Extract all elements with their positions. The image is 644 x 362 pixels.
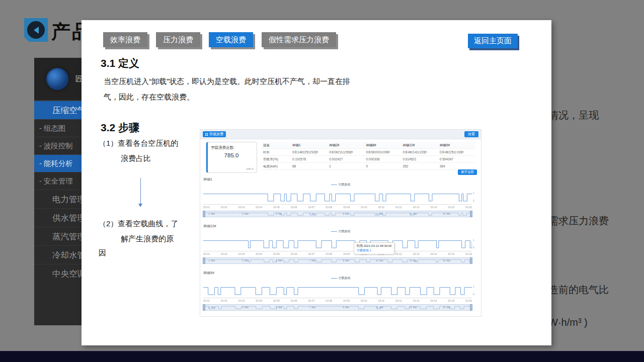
- background-text-fragment: W·h/m³ ): [548, 317, 588, 328]
- brush-handle-right[interactable]: [470, 304, 472, 311]
- brush-date-label: 3. Mar: [242, 213, 249, 215]
- brush-date-label: 11. Mar: [376, 213, 383, 215]
- table-cell: 0.002427: [328, 156, 364, 162]
- chart-plot[interactable]: 10: [203, 283, 472, 298]
- definition-body: 当空压机进入“卸载”状态，即认为是空载。此时空压机不产气，却一直在排气，因此，存…: [104, 73, 363, 105]
- definition-heading: 3.1 定义: [101, 56, 139, 70]
- x-tick-label: 03-14: [431, 252, 437, 255]
- chart-device-label: 神钢1: [203, 177, 212, 182]
- legend-line-icon: [331, 231, 337, 232]
- brush-handle-left[interactable]: [203, 304, 205, 311]
- brush-date-label: 15. Mar: [443, 213, 450, 215]
- x-tick-label: 03-14: [431, 206, 437, 209]
- x-tick-label: 03-05: [273, 206, 280, 209]
- y-axis-label: 1: [473, 286, 477, 288]
- x-tick-label: 03-13: [413, 252, 420, 255]
- brush-date-label: 1. Mar: [209, 259, 215, 262]
- back-arrow-icon[interactable]: [24, 18, 48, 42]
- table-cell: 1: [328, 163, 364, 169]
- brush-date-label: 15. Mar: [443, 306, 450, 309]
- brush-handle-left[interactable]: [203, 211, 205, 217]
- x-tick-label: 03-08: [326, 252, 332, 255]
- brush-date-label: 13. Mar: [409, 306, 417, 309]
- x-tick-label: 03-10: [361, 299, 367, 302]
- brush-date-label: 9. Mar: [343, 259, 349, 262]
- x-axis-ticks: 03-0103-0203-0303-0403-0503-0603-0703-08…: [203, 252, 472, 255]
- x-tick-label: 03-16: [465, 299, 472, 302]
- tooltip-value: 空载曲线:1: [357, 248, 391, 253]
- step2-text-line2: 解产生浪费的原: [121, 234, 174, 244]
- x-tick-label: 03-02: [221, 299, 227, 302]
- brush-date-label: 7. Mar: [309, 259, 316, 262]
- x-tick-label: 03-12: [395, 252, 402, 255]
- waste-tab[interactable]: 空载浪费: [209, 32, 253, 47]
- brush-date-label: 3. Mar: [242, 306, 249, 309]
- tooltip-time: 时间:2021-03-12 08:30:00: [357, 244, 391, 248]
- table-cell: 0: [364, 163, 401, 169]
- x-axis-ticks: 03-0103-0203-0303-0403-0503-0603-0703-08…: [203, 299, 472, 302]
- waste-tab[interactable]: 效率浪费: [103, 32, 147, 47]
- tab-row: 效率浪费压力浪费空载浪费假性需求压力浪费: [103, 32, 336, 47]
- table-cell: 0.614521: [401, 156, 438, 162]
- background-text-fragment: 需求压力浪费: [548, 214, 609, 228]
- brush-date-label: 9. Mar: [343, 213, 349, 215]
- chart-block: 神钢10#空载曲线10时间:2021-03-12 08:30:00空载曲线:10…: [200, 224, 481, 270]
- chart-tooltip: 时间:2021-03-12 08:30:00空载曲线:1: [354, 242, 394, 254]
- expand-all-button[interactable]: 展开全部: [458, 169, 477, 175]
- x-tick-label: 03-09: [343, 252, 350, 255]
- settings-button[interactable]: 设置: [464, 131, 478, 137]
- data-zoom-brush[interactable]: 1. Mar3. Mar5. Mar7. Mar9. Mar11. Mar13.…: [203, 257, 472, 264]
- legend-line-icon: [331, 185, 337, 185]
- table-row-name: 电量(kwh): [262, 163, 291, 169]
- data-zoom-brush[interactable]: 1. Mar3. Mar5. Mar7. Mar9. Mar11. Mar13.…: [203, 304, 472, 311]
- x-tick-label: 03-13: [413, 206, 420, 209]
- x-tick-label: 03-03: [238, 299, 245, 302]
- y-axis-label: 0: [473, 200, 477, 202]
- chart-legend[interactable]: 空载曲线: [200, 183, 481, 187]
- brush-date-label: 5. Mar: [276, 213, 282, 215]
- chart-legend[interactable]: 空载曲线: [200, 229, 481, 234]
- table-header-cell: 神钢9#: [438, 142, 475, 148]
- brush-date-label: 7. Mar: [309, 306, 316, 309]
- brush-date-label: 1. Mar: [209, 213, 215, 215]
- data-zoom-brush[interactable]: 1. Mar3. Mar5. Mar7. Mar9. Mar11. Mar13.…: [203, 211, 472, 217]
- table-row: 时长0天14时25分52秒0天0时11分59秒0天0时00分09秒0天4时14分…: [262, 149, 475, 156]
- legend-line-icon: [331, 278, 337, 279]
- return-home-button[interactable]: 返回主页面: [468, 34, 518, 48]
- chart-legend[interactable]: 空载曲线: [200, 276, 481, 281]
- x-tick-label: 03-11: [378, 206, 384, 209]
- brush-handle-right[interactable]: [470, 257, 472, 264]
- table-row-name: 时长: [262, 149, 291, 155]
- brush-date-label: 9. Mar: [343, 306, 349, 309]
- table-row: 电量(kwh)6810352364: [262, 163, 475, 170]
- x-tick-label: 03-04: [256, 252, 262, 255]
- background-text-fragment: 造前的电气比: [548, 283, 609, 297]
- x-tick-label: 03-15: [448, 206, 454, 209]
- x-tick-label: 03-02: [221, 206, 227, 209]
- waste-tab[interactable]: 压力浪费: [156, 32, 200, 47]
- steps-heading: 3.2 步骤: [101, 121, 139, 135]
- x-tick-label: 03-05: [273, 252, 280, 255]
- brush-date-label: 15. Mar: [443, 259, 450, 262]
- table-cell: 364: [438, 163, 475, 169]
- chart-plot[interactable]: 10: [203, 189, 472, 205]
- chart-plot[interactable]: 10时间:2021-03-12 08:30:00空载曲线:1: [203, 236, 472, 251]
- brush-handle-right[interactable]: [470, 211, 472, 217]
- table-header-cell: 神钢10#: [401, 142, 438, 148]
- table-row: 空载率(%)0.1925780.0024270.0003360.6145210.…: [262, 156, 475, 163]
- x-tick-label: 03-06: [291, 206, 297, 209]
- waste-tab[interactable]: 假性需求压力浪费: [262, 32, 336, 47]
- brush-handle-left[interactable]: [203, 257, 205, 264]
- x-tick-label: 03-12: [395, 206, 402, 209]
- summary-card-value: 785.0: [206, 152, 257, 158]
- x-tick-label: 03-06: [291, 252, 297, 255]
- x-tick-label: 03-07: [308, 252, 315, 255]
- summary-card: 空载浪费总数: 785.0 kW·h: [206, 142, 257, 173]
- back-arrow-circle: [27, 21, 45, 39]
- panel-badge: 空载浪费: [203, 131, 226, 137]
- table-cell: 0天0时00分09秒: [364, 149, 401, 155]
- x-tick-label: 03-09: [343, 299, 350, 302]
- y-axis-label: 0: [473, 293, 477, 296]
- x-tick-label: 03-13: [413, 299, 420, 302]
- charts-area: 神钢1空载曲线1003-0103-0203-0303-0403-0503-060…: [200, 177, 481, 317]
